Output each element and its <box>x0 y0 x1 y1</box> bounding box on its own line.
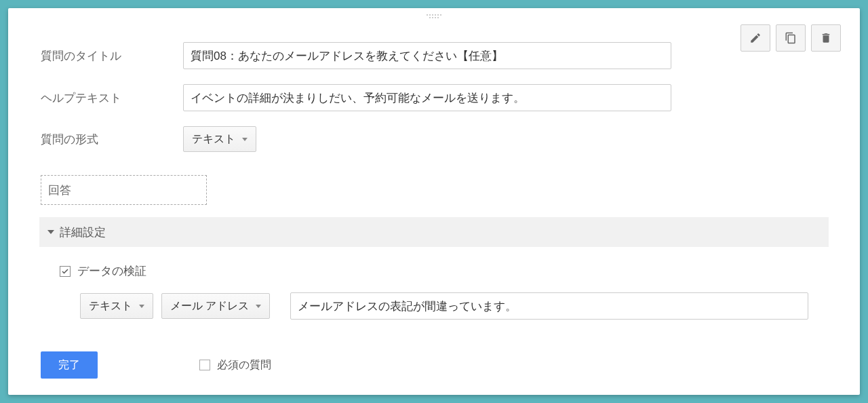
validation-controls: テキスト メール アドレス <box>60 292 808 320</box>
help-label: ヘルプテキスト <box>41 90 183 106</box>
question-type-dropdown[interactable]: テキスト <box>183 126 256 152</box>
edit-button[interactable] <box>741 24 770 52</box>
drag-handle-icon[interactable] <box>427 14 441 19</box>
help-text-input[interactable] <box>183 84 671 111</box>
question-editor-card: 質問のタイトル ヘルプテキスト 質問の形式 テキスト 回答 詳細設定 <box>8 8 860 395</box>
copy-icon <box>785 32 797 44</box>
required-checkbox[interactable] <box>199 360 210 370</box>
validation-error-input[interactable] <box>290 292 808 320</box>
validation-type-value: テキスト <box>89 299 132 313</box>
title-label: 質問のタイトル <box>41 48 183 64</box>
trash-icon <box>820 32 832 44</box>
duplicate-button[interactable] <box>776 24 806 52</box>
question-type-value: テキスト <box>192 132 235 147</box>
chevron-down-icon <box>139 305 144 308</box>
required-label: 必須の質問 <box>217 358 271 372</box>
validation-subtype-dropdown[interactable]: メール アドレス <box>161 293 270 319</box>
validation-label: データの検証 <box>77 263 146 279</box>
advanced-settings-toggle[interactable]: 詳細設定 <box>39 217 829 247</box>
chevron-down-icon <box>47 230 54 234</box>
chevron-down-icon <box>256 305 261 308</box>
chevron-down-icon <box>242 138 248 141</box>
type-row: 質問の形式 テキスト <box>41 126 827 152</box>
validation-block: データの検証 テキスト メール アドレス <box>41 247 827 332</box>
required-row: 必須の質問 <box>199 358 271 372</box>
title-row: 質問のタイトル <box>41 42 827 69</box>
form-body: 質問のタイトル ヘルプテキスト 質問の形式 テキスト 回答 詳細設定 <box>8 8 860 332</box>
pencil-icon <box>749 32 762 44</box>
question-title-input[interactable] <box>183 42 671 69</box>
answer-preview: 回答 <box>41 175 207 205</box>
check-icon <box>61 267 69 275</box>
help-row: ヘルプテキスト <box>41 84 827 111</box>
answer-label: 回答 <box>48 183 71 198</box>
validation-type-dropdown[interactable]: テキスト <box>80 293 153 319</box>
type-label: 質問の形式 <box>41 132 183 147</box>
validation-checkbox[interactable] <box>60 266 71 277</box>
delete-button[interactable] <box>811 24 841 52</box>
advanced-label: 詳細設定 <box>60 225 106 240</box>
toolbar <box>741 24 841 52</box>
validation-checkbox-row: データの検証 <box>60 263 808 279</box>
footer: 完了 必須の質問 <box>41 351 271 379</box>
validation-subtype-value: メール アドレス <box>170 299 249 313</box>
done-button[interactable]: 完了 <box>41 351 98 379</box>
